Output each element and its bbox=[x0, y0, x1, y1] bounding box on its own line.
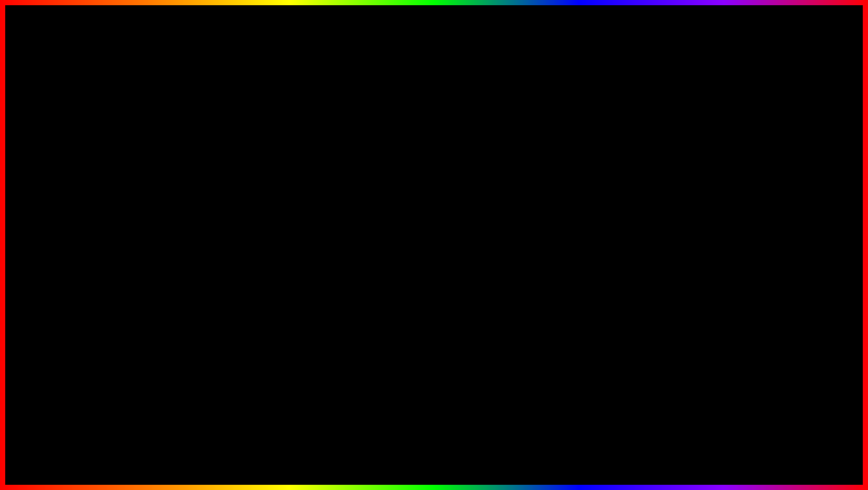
onihub-title: OniHubV1.5 bbox=[83, 117, 116, 124]
muganfarm-label: MuganFarm bbox=[84, 159, 113, 165]
auto-farm-sk-toggle[interactable] bbox=[486, 248, 500, 255]
tab-visuals[interactable]: ⚙ Visuals bbox=[116, 129, 148, 140]
tab-extra[interactable]: ⚙ Extra bbox=[150, 129, 178, 140]
chevron-down-icon: ▾ bbox=[395, 237, 398, 243]
menu-items-list: Auto Farm ⋮ Kill Aura V1 ⋮ Kill Aura V2 … bbox=[185, 226, 314, 321]
external-icon[interactable]: ⊡ bbox=[489, 157, 493, 164]
refresh-npcs-row: Refresh NPCs auto bbox=[364, 193, 500, 205]
dots-icon-2: ⋮ bbox=[301, 214, 309, 223]
dropdown-left: Auto Farm OP Utility Player Auto Orb God… bbox=[127, 196, 185, 321]
killaura-delay-row: Killaura Delay 3 Seconds bbox=[364, 219, 500, 234]
killaura-delay-label: Killaura Delay bbox=[364, 224, 394, 229]
progress-bar bbox=[420, 149, 556, 150]
god-modes-menu-item[interactable]: God Modes bbox=[127, 240, 185, 249]
green-square-icon bbox=[407, 134, 417, 144]
killaura-method-text: Select an option bbox=[458, 174, 493, 179]
farm-all-npc-row: Farm all NPC bbox=[364, 258, 500, 271]
auto-chest-item[interactable]: Auto Chest ⋮ bbox=[185, 304, 314, 320]
killaura-weapon-label: Killaura Weapon bbox=[364, 185, 400, 190]
skeered-window: PS | Skeered Hub 🔍 ✏ ⊡ ✕ Killaura Method… bbox=[358, 153, 506, 288]
skeered-title: Skeered Hub bbox=[382, 157, 415, 164]
autofarm-distance-btn[interactable]: 10 Studs bbox=[459, 207, 500, 216]
auto-farm-sk-row: Auto Farm bbox=[364, 245, 500, 258]
auto-orb-menu-item[interactable]: Auto Orb bbox=[127, 230, 185, 240]
chevron-up-icon: ▲ bbox=[495, 174, 500, 179]
skeered-titlebar: PS | Skeered Hub 🔍 ✏ ⊡ ✕ bbox=[358, 154, 505, 167]
close-icon[interactable]: ✕ bbox=[496, 157, 501, 164]
kill-aura-v1-label: Kill Aura V1 bbox=[201, 248, 301, 254]
auto-farm-item[interactable]: Auto Farm ⋮ bbox=[185, 228, 314, 243]
op-utility-menu-item[interactable]: OP Utility bbox=[127, 210, 185, 220]
nofail-label: NoFail bbox=[84, 200, 99, 206]
refresh-npcs-label: Refresh NPCs bbox=[364, 196, 395, 201]
farm-all-bosses-toggle[interactable] bbox=[486, 273, 500, 280]
farm-all-bosses-row: Farm all Bosses bbox=[364, 271, 500, 283]
onihub-close-btn[interactable]: ✕ bbox=[243, 117, 250, 124]
dropdown-right: ≡ Behind Mob Farm Dis. ⋮ ≡ Select Telepo… bbox=[185, 196, 314, 321]
dropdown-content: Auto Farm OP Utility Player Auto Orb God… bbox=[127, 196, 314, 321]
autofarm-distance-row: Autofarm Distance 10 Studs bbox=[364, 205, 500, 219]
player-menu-item[interactable]: Player bbox=[127, 220, 185, 230]
sylveon-controls: — bbox=[565, 117, 570, 123]
onihub-titlebar: OniHubV1.5 ✏ ⊟ ✕ bbox=[78, 114, 254, 127]
farm-all-bosses-label: Farm all Bosses bbox=[364, 274, 399, 280]
edit-icon[interactable]: ✏ bbox=[482, 157, 486, 164]
refresh-npcs-value: auto bbox=[490, 196, 500, 201]
farm-section-label: Farm Section bbox=[364, 237, 393, 243]
radio-god-mode bbox=[191, 278, 197, 285]
auto-farm-item-label: Auto Farm bbox=[201, 232, 301, 239]
tab-localplayer[interactable]: ocalPlayer bbox=[82, 129, 115, 140]
mugan-settings-label: MuganSettings bbox=[84, 147, 249, 152]
separator: | bbox=[377, 157, 378, 164]
search-icon[interactable]: 🔍 bbox=[472, 157, 479, 164]
killaura-method-value[interactable]: Select an option ▲ bbox=[458, 174, 500, 179]
tab-mugan-train[interactable]: ⚙ MuganTrain bbox=[179, 129, 221, 140]
pastebin-text: PASTEBIN bbox=[572, 434, 740, 471]
bg-text-decoration: PRO bbox=[45, 349, 194, 432]
tween-label: Tween bbox=[84, 170, 99, 177]
dots-7: ⋮ bbox=[301, 292, 309, 301]
kill-aura-v1-item[interactable]: Kill Aura V1 ⋮ bbox=[185, 243, 314, 258]
dropdown-close-btn[interactable]: ✕ bbox=[303, 184, 309, 192]
skeered-body: Killaura Method Select an option ▲ Killa… bbox=[358, 167, 505, 287]
hash-icon: ≡ bbox=[191, 200, 194, 207]
killaura-delay-btn[interactable]: 3 Seconds bbox=[459, 222, 500, 231]
remove-map-label: Remove Map - (Reduce lag) bbox=[506, 137, 568, 142]
behind-mob-label: Behind Mob Farm Dis. bbox=[198, 200, 251, 207]
auto-skill-menu-item[interactable]: Auto Skill bbox=[127, 249, 185, 259]
dots-3: ⋮ bbox=[301, 231, 309, 240]
autofarm-distance-label: Autofarm Distance bbox=[364, 209, 404, 214]
card-artwork: ⚔ bbox=[757, 303, 844, 408]
kill-aura-v2-item[interactable]: Kill Aura V2 ⋮ bbox=[185, 258, 314, 274]
chevron-up-icon-2: ▲ bbox=[495, 185, 500, 190]
skeered-controls: 🔍 ✏ ⊡ ✕ bbox=[472, 157, 501, 164]
auto-rejoin-menu-item[interactable]: Auto Rejoin bbox=[127, 259, 185, 269]
fixscreen-label: FixScreen bbox=[84, 212, 108, 218]
dots-4: ⋮ bbox=[301, 246, 309, 255]
killaura-weapon-row: Killaura Weapon Sword ▲ bbox=[364, 182, 500, 193]
teleport-icon: ≡ bbox=[191, 215, 195, 223]
autoclas-label: Auto Clas bbox=[84, 225, 107, 231]
auto-farm-text: AUTO FARM bbox=[128, 424, 430, 481]
killaura-weapon-value[interactable]: Sword ▲ bbox=[479, 185, 500, 190]
killaura-method-label: Killaura Method bbox=[364, 174, 398, 179]
sylveon-title: ✦ SylveonHub bbox=[406, 116, 443, 124]
onihub-edit-btn[interactable]: ✏ bbox=[225, 117, 232, 124]
chevron-down-icon-3: ▾ bbox=[562, 220, 564, 226]
dots-5: ⋮ bbox=[301, 262, 309, 270]
onihub-min-btn[interactable]: ⊟ bbox=[234, 117, 241, 124]
sylveon-min-btn[interactable]: — bbox=[565, 117, 570, 123]
god-mode-item[interactable]: God Mode Kamado Only ⋮ bbox=[185, 274, 314, 289]
select-teleport-section: ≡ Select Teleport Type ⋮ bbox=[185, 212, 314, 226]
tab-dunge[interactable]: ⚙ Dunge bbox=[223, 129, 253, 140]
radio-kill-aura-v1 bbox=[191, 248, 197, 254]
auto-farm-sk-label: Auto Farm bbox=[364, 249, 387, 254]
onihub-tabs: ocalPlayer ⚙ Visuals ⚙ Extra ⚙ MuganTrai… bbox=[78, 127, 254, 143]
killaura-weapon-text: Sword bbox=[479, 185, 493, 190]
rengoku-item[interactable]: Rengoku Boost Mode ⋮ bbox=[185, 289, 314, 304]
remove-map-row: Remove Map - (Reduce lag) bbox=[407, 132, 568, 147]
skeered-title-left: PS | Skeered Hub bbox=[363, 157, 415, 164]
farm-all-npc-toggle[interactable] bbox=[486, 261, 500, 267]
main-title: PROJECT SLAYERS bbox=[0, 8, 868, 75]
radio-auto-farm bbox=[191, 232, 197, 239]
